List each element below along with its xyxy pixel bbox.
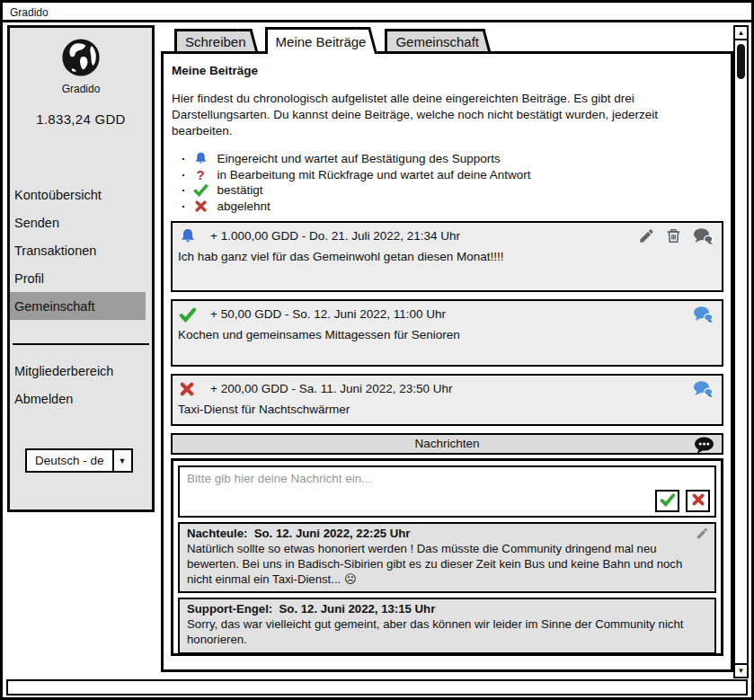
message-text: Sorry, das war vielleicht gut gemeint, a… xyxy=(187,616,707,647)
scroll-up-icon[interactable]: ▲ xyxy=(735,27,747,40)
edit-icon[interactable] xyxy=(638,227,655,244)
legend-item-question: ? in Bearbeitung mit Rückfrage und warte… xyxy=(182,166,723,182)
chat-icon[interactable] xyxy=(692,380,714,398)
intro-text: Hier findest du chronologisch aufgeliste… xyxy=(172,91,708,139)
main-panel: Meine Beiträge Hier findest du chronolog… xyxy=(161,51,733,672)
contribution-card: + 1.000,00 GDD - Do. 21. Juli 2022, 21:3… xyxy=(171,221,723,292)
chat-dots-icon[interactable] xyxy=(693,436,715,458)
sidebar: Gradido 1.833,24 GDD Kontoübersicht Send… xyxy=(7,25,155,512)
messages-header-bar: Nachrichten xyxy=(171,433,723,455)
vertical-scrollbar[interactable]: ▲ ▼ xyxy=(733,25,749,678)
contribution-description: Kochen und gemeinsames Mittagessen für S… xyxy=(173,324,722,365)
message-author: Nachteule: xyxy=(187,527,254,540)
contribution-card: + 50,00 GDD - So. 12. Juni 2022, 11:00 U… xyxy=(171,299,723,367)
tab-schreiben[interactable]: Schreiben xyxy=(174,29,248,51)
sidebar-item-senden[interactable]: Senden xyxy=(10,208,152,236)
sidebar-item-kontouebersicht[interactable]: Kontoübersicht xyxy=(10,181,152,208)
tab-bar: Schreiben Meine Beiträge Gemeinschaft xyxy=(174,3,481,54)
legend-item-pending: Eingereicht und wartet auf Bestätigung d… xyxy=(182,151,723,167)
message-item: Support-Engel: So. 12. Juni 2022, 13:15 … xyxy=(178,598,716,653)
cross-icon xyxy=(179,381,199,397)
chevron-down-icon[interactable]: ▼ xyxy=(112,450,131,471)
account-balance: 1.833,24 GDD xyxy=(10,111,152,127)
messages-panel: Bitte gib hier deine Nachricht ein... Na… xyxy=(171,458,723,656)
message-input[interactable]: Bitte gib hier deine Nachricht ein... xyxy=(178,465,716,518)
contribution-actions xyxy=(692,380,714,398)
chat-icon[interactable] xyxy=(692,306,714,323)
amount-line: + 50,00 GDD - So. 12. Juni 2022, 11:00 U… xyxy=(210,307,446,321)
legend-item-confirmed: bestätigt xyxy=(182,182,723,199)
legend-item-rejected: abgelehnt xyxy=(182,198,723,214)
bell-icon xyxy=(192,151,209,166)
app-logo xyxy=(10,37,152,82)
message-author: Support-Engel: xyxy=(187,602,279,616)
cross-icon xyxy=(192,199,209,213)
page-title: Meine Beiträge xyxy=(172,64,723,77)
send-message-button[interactable] xyxy=(655,490,679,512)
question-icon: ? xyxy=(192,167,209,182)
cross-icon xyxy=(691,492,705,509)
sidebar-nav-secondary: Mitgliederbereich Abmelden xyxy=(10,357,152,412)
message-header: Support-Engel: So. 12. Juni 2022, 13:15 … xyxy=(187,602,707,616)
bell-icon xyxy=(179,227,199,245)
contribution-header: + 200,00 GDD - Sa. 11. Juni 2022, 23:50 … xyxy=(173,376,722,399)
messages-header-label: Nachrichten xyxy=(414,437,479,450)
contribution-header: + 1.000,00 GDD - Do. 21. Juli 2022, 21:3… xyxy=(173,223,722,246)
contribution-header: + 50,00 GDD - So. 12. Juni 2022, 11:00 U… xyxy=(173,301,722,324)
sidebar-item-profil[interactable]: Profil xyxy=(10,264,152,292)
contribution-description: Taxi-Dienst für Nachtschwärmer xyxy=(173,399,722,424)
check-icon xyxy=(192,182,209,198)
chat-icon[interactable] xyxy=(692,227,714,245)
sidebar-item-gemeinschaft[interactable]: Gemeinschaft xyxy=(10,292,146,320)
contribution-actions xyxy=(692,306,714,323)
sidebar-item-abmelden[interactable]: Abmelden xyxy=(10,385,152,412)
message-input-placeholder: Bitte gib hier deine Nachricht ein... xyxy=(187,472,372,485)
message-timestamp: So. 12. Juni 2022, 13:15 Uhr xyxy=(279,602,436,616)
message-timestamp: So. 12. Juni 2022, 22:25 Uhr xyxy=(254,527,411,540)
tab-meine-beitraege[interactable]: Meine Beiträge xyxy=(265,27,368,54)
message-text: Natürlich sollte so etwas honoriert werd… xyxy=(187,541,707,587)
language-dropdown-value: Deutsch - de xyxy=(27,450,112,471)
scrollbar-thumb[interactable] xyxy=(737,44,745,79)
check-icon xyxy=(179,306,199,323)
contribution-card: + 200,00 GDD - Sa. 11. Juni 2022, 23:50 … xyxy=(171,374,723,426)
contribution-actions xyxy=(638,227,714,245)
delete-icon[interactable] xyxy=(665,227,682,244)
amount-line: + 1.000,00 GDD - Do. 21. Juli 2022, 21:3… xyxy=(210,229,460,243)
status-bar xyxy=(6,679,748,696)
language-dropdown[interactable]: Deutsch - de ▼ xyxy=(25,448,133,473)
status-legend: Eingereicht und wartet auf Bestätigung d… xyxy=(182,151,723,214)
sidebar-nav: Kontoübersicht Senden Transaktionen Prof… xyxy=(10,181,152,320)
message-header: Nachteule: So. 12. Juni 2022, 22:25 Uhr xyxy=(187,527,707,540)
message-item: Nachteule: So. 12. Juni 2022, 22:25 Uhr … xyxy=(178,522,716,593)
tab-gemeinschaft[interactable]: Gemeinschaft xyxy=(385,29,481,51)
sidebar-item-mitgliederbereich[interactable]: Mitgliederbereich xyxy=(10,357,152,385)
edit-icon[interactable] xyxy=(696,527,709,543)
scroll-down-icon[interactable]: ▼ xyxy=(735,663,747,677)
contribution-description: Ich hab ganz viel für das Gemeinwohl get… xyxy=(173,246,722,290)
app-window: Gradido Gradido 1.833,24 GDD Kontoübersi… xyxy=(0,0,754,700)
logo-label: Gradido xyxy=(10,83,152,95)
sidebar-item-transaktionen[interactable]: Transaktionen xyxy=(10,236,152,264)
check-icon xyxy=(660,492,676,510)
globe-icon xyxy=(60,66,102,81)
amount-line: + 200,00 GDD - Sa. 11. Juni 2022, 23:50 … xyxy=(210,382,453,395)
cancel-message-button[interactable] xyxy=(686,490,710,512)
sidebar-divider xyxy=(13,343,149,345)
